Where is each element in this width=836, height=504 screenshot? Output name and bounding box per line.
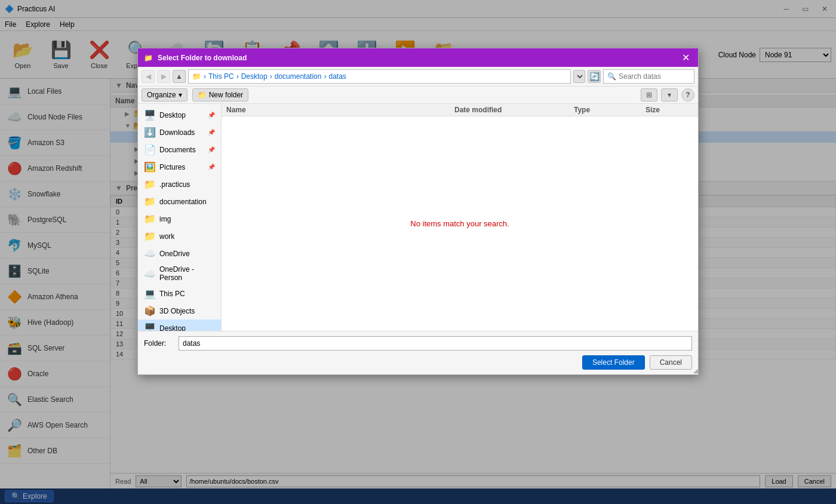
dlg-label-work: work [159,232,174,241]
dialog-overlay: 📁 Select Folder to download ✕ ◀ ▶ ▲ 📁 › … [0,0,836,504]
folder-name-input[interactable] [179,336,692,351]
dlg-item-img[interactable]: 📁 img [138,210,221,228]
search-box: 🔍 [603,69,694,84]
dialog-file-area: Name Date modified Type Size No items ma… [222,104,698,331]
dlg-item-desktop[interactable]: 🖥️ Desktop 📌 [138,106,221,124]
dialog-title-bar: 📁 Select Folder to download ✕ [138,48,698,67]
downloads-icon: ⬇️ [144,127,156,138]
select-folder-btn[interactable]: Select Folder [582,355,645,370]
this-pc-icon: 💻 [144,288,156,299]
dlg-label-downloads: Downloads [159,128,195,137]
onedrive-personal-icon: ☁️ [144,268,156,279]
dlg-label-practicus: .practicus [159,180,190,189]
address-path[interactable]: 📁 › This PC › Desktop › documentation › … [188,69,571,84]
dlg-col-type: Type [574,106,646,114]
search-input[interactable] [619,72,690,81]
dlg-label-img: img [159,215,171,223]
addr-part-documentation[interactable]: documentation [275,72,322,81]
dialog-toolbar: Organize ▾ 📁 New folder ⊞ ▾ ? [138,87,698,104]
3d-objects-icon: 📦 [144,305,156,316]
folder-input-row: Folder: [144,336,692,351]
dialog-title-text: Select Folder to download [158,54,247,62]
dlg-item-pictures[interactable]: 🖼️ Pictures 📌 [138,158,221,176]
dialog-cancel-btn[interactable]: Cancel [650,355,692,370]
dlg-col-date: Date modified [454,106,574,114]
dlg-label-pictures: Pictures [159,163,185,171]
dlg-label-desktop: Desktop [159,111,186,119]
search-icon: 🔍 [607,72,616,81]
organize-dropdown-icon: ▾ [179,91,182,99]
dialog-toolbar-right: ⊞ ▾ ? [641,88,694,102]
view-mode-btn[interactable]: ⊞ [641,88,657,102]
dlg-label-documents: Documents [159,146,196,154]
dialog-file-list: No items match your search. [222,116,698,331]
dialog-folder-icon: 📁 [144,54,153,62]
dlg-label-desktop-sub: Desktop [159,324,186,331]
dlg-item-downloads[interactable]: ⬇️ Downloads 📌 [138,124,221,141]
addr-refresh-btn[interactable]: 🔄 [588,70,601,83]
dlg-item-practicus[interactable]: 📁 .practicus [138,176,221,193]
new-folder-icon: 📁 [198,91,207,99]
addr-dropdown[interactable] [573,70,585,83]
dlg-item-this-pc[interactable]: 💻 This PC [138,285,221,302]
select-folder-dialog: 📁 Select Folder to download ✕ ◀ ▶ ▲ 📁 › … [137,48,699,375]
new-folder-label: New folder [209,91,243,99]
addr-part-home[interactable]: 📁 [192,72,201,81]
desktop-sub-icon: 🖥️ [144,322,156,331]
forward-btn[interactable]: ▶ [157,70,170,83]
dlg-label-documentation: documentation [159,198,207,206]
dlg-item-documents[interactable]: 📄 Documents 📌 [138,141,221,158]
dlg-label-onedrive-personal: OneDrive - Person [159,265,215,282]
documents-icon: 📄 [144,144,156,155]
addr-part-datas[interactable]: datas [328,72,346,81]
dialog-close-btn[interactable]: ✕ [680,52,692,63]
dialog-title-left: 📁 Select Folder to download [144,54,247,62]
dialog-sidebar: 🖥️ Desktop 📌 ⬇️ Downloads 📌 📄 Documents … [138,104,222,331]
dialog-resize-handle[interactable]: ◢ [691,367,698,374]
dlg-label-onedrive: OneDrive [159,250,190,258]
dialog-buttons: Select Folder Cancel [144,355,692,370]
documentation-folder-icon: 📁 [144,196,156,207]
work-folder-icon: 📁 [144,231,156,242]
back-btn[interactable]: ◀ [142,70,155,83]
organize-btn[interactable]: Organize ▾ [142,88,188,102]
desktop-icon: 🖥️ [144,109,156,121]
addr-part-desktop[interactable]: Desktop [241,72,268,81]
dlg-item-documentation[interactable]: 📁 documentation [138,193,221,210]
dlg-item-desktop-sub[interactable]: 🖥️ Desktop [138,319,221,331]
view-dropdown-btn[interactable]: ▾ [661,88,678,102]
up-btn[interactable]: ▲ [173,70,186,83]
dlg-item-onedrive-personal[interactable]: ☁️ OneDrive - Person [138,262,221,285]
dlg-label-this-pc: This PC [159,290,185,298]
dlg-item-work[interactable]: 📁 work [138,228,221,245]
dialog-file-header: Name Date modified Type Size [222,104,698,116]
addr-part-this-pc[interactable]: This PC [208,72,234,81]
dlg-col-size: Size [646,106,693,114]
dialog-address-bar: ◀ ▶ ▲ 📁 › This PC › Desktop › documentat… [138,67,698,87]
dlg-item-3d-objects[interactable]: 📦 3D Objects [138,302,221,319]
img-folder-icon: 📁 [144,213,156,225]
help-btn[interactable]: ? [681,88,694,102]
no-items-message: No items match your search. [410,219,509,228]
pictures-icon: 🖼️ [144,161,156,173]
dialog-body: 🖥️ Desktop 📌 ⬇️ Downloads 📌 📄 Documents … [138,104,698,331]
onedrive-icon: ☁️ [144,248,156,259]
practicus-folder-icon: 📁 [144,179,156,190]
dialog-footer: Folder: Select Folder Cancel [138,331,698,374]
dlg-col-name: Name [226,106,454,114]
organize-label: Organize [147,91,176,99]
dialog-new-folder-btn[interactable]: 📁 New folder [192,88,248,102]
folder-input-label: Folder: [144,339,174,348]
dlg-item-onedrive[interactable]: ☁️ OneDrive [138,245,221,262]
dlg-label-3d-objects: 3D Objects [159,307,195,315]
